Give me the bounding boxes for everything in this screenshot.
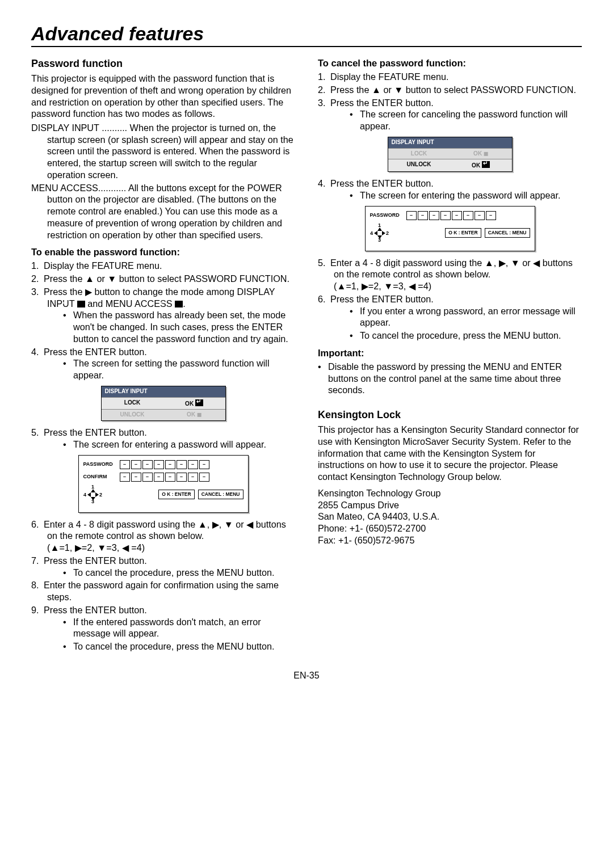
osd-password-row: PASSWORD –––––––– <box>370 211 530 220</box>
up-arrow-icon: ▲ <box>485 258 494 268</box>
cstep-2-text: Press the ▲ or ▼ button to select PASSWO… <box>330 85 576 95</box>
step-4-text: Press the ENTER button. <box>44 347 147 357</box>
password-cells: –––––––– <box>120 460 209 469</box>
kens-phone: Phone: +1- (650)572-2700 <box>318 523 582 534</box>
osd-row-unlock: UNLOCK OK <box>388 159 512 171</box>
cstep-3: 3.Press the ENTER button. The screen for… <box>318 97 582 132</box>
return-icon <box>195 399 203 406</box>
osd-password-label: PASSWORD <box>83 461 115 468</box>
osd-confirm-label: CONFIRM <box>83 474 115 481</box>
cancel-menu-button: CANCEL : MENU <box>485 228 530 238</box>
return-icon <box>175 301 183 307</box>
mode-menu-access: MENU ACCESS........... All the buttons e… <box>31 182 295 241</box>
heading-enable: To enable the password function: <box>31 246 295 258</box>
osd-display-input-lock: DISPLAY INPUT LOCK OK UNLOCK OK ◼ <box>101 386 226 421</box>
step-2: 2.Press the ▲ or ▼ button to select PASS… <box>31 273 295 285</box>
down-arrow-icon: ▼ <box>224 519 233 529</box>
down-arrow-icon: ▼ <box>107 273 116 284</box>
right-column: To cancel the password function: 1.Displ… <box>318 57 582 654</box>
left-column: Password function This projector is equi… <box>31 57 295 654</box>
osd-unlock-ok: OK ◼ <box>163 409 225 420</box>
step-8-text: Enter the password again for confirmatio… <box>44 580 279 602</box>
enable-steps-cont: 5.Press the ENTER button. The screen for… <box>31 427 295 450</box>
cstep-1-text: Display the FEATURE menu. <box>330 71 448 82</box>
content-columns: Password function This projector is equi… <box>31 57 582 654</box>
up-arrow-icon: ▲ <box>198 519 207 529</box>
step-8: 8.Enter the password again for confirmat… <box>31 579 295 602</box>
osd-lock-ok: OK ◼ <box>450 148 512 159</box>
left-arrow-icon: ◀ <box>246 519 253 529</box>
return-icon <box>77 301 85 307</box>
step-3-note: When the password has already been set, … <box>63 309 295 344</box>
osd-row-unlock: UNLOCK OK ◼ <box>102 409 225 420</box>
step-9: 9.Press the ENTER button. If the entered… <box>31 604 295 652</box>
svg-marker-3 <box>95 492 99 497</box>
cstep-4: 4.Press the ENTER button. The screen for… <box>318 178 582 201</box>
step-2-text: Press the ▲ or ▼ button to select PASSWO… <box>44 273 289 284</box>
step-3-text: Press the ▶ button to change the mode am… <box>44 286 275 309</box>
step-4-note: The screen for setting the password func… <box>63 357 295 381</box>
osd-password-only: PASSWORD –––––––– 1 2 3 4 O K : ENTER CA… <box>365 206 535 251</box>
cstep-3-note: The screen for canceling the password fu… <box>350 108 582 132</box>
dpad-icon: 1 2 3 4 <box>370 224 389 243</box>
kensington-address: Kensington Technology Group 2855 Campus … <box>318 487 582 546</box>
page-title: Advanced features <box>31 23 582 47</box>
step-4: 4.Press the ENTER button. The screen for… <box>31 346 295 381</box>
svg-marker-6 <box>374 231 377 235</box>
down-arrow-icon: ▼ <box>394 85 403 95</box>
arrows-icon <box>87 488 99 501</box>
osd-buttons: O K : ENTER CANCEL : MENU <box>158 490 243 499</box>
right-arrow-icon: ▶ <box>499 258 506 268</box>
cstep-6: 6.Press the ENTER button. If you enter a… <box>318 293 582 342</box>
kensington-paragraph: This projector has a Kensington Security… <box>318 424 582 483</box>
osd-unlock-label: UNLOCK <box>102 409 163 420</box>
step-9-note1: If the entered passwords don't match, an… <box>63 616 295 639</box>
intro-paragraph: This projector is equipped with the pass… <box>31 73 295 120</box>
cancel-steps-cont2: 5.Enter a 4 - 8 digit password using the… <box>318 257 582 342</box>
kens-fax: Fax: +1- (650)572-9675 <box>318 534 582 546</box>
osd-header: DISPLAY INPUT <box>102 386 225 397</box>
step-5: 5.Press the ENTER button. The screen for… <box>31 427 295 450</box>
cstep-5-mapping: (▲=1, ▶=2, ▼=3, ◀ =4) <box>334 280 582 292</box>
down-arrow-icon: ▼ <box>511 258 520 268</box>
cstep-4-text: Press the ENTER button. <box>330 178 434 188</box>
cstep-1: 1.Display the FEATURE menu. <box>318 71 582 83</box>
cstep-3-text: Press the ENTER button. <box>330 98 434 108</box>
return-icon <box>482 161 490 168</box>
step-5-note: The screen for entering a password will … <box>63 439 295 450</box>
step-6: 6.Enter a 4 - 8 digit password using the… <box>31 519 295 554</box>
osd-password-label: PASSWORD <box>370 212 402 219</box>
enable-steps: 1.Display the FEATURE menu. 2.Press the … <box>31 260 295 381</box>
cstep-6-note2: To cancel the procedure, press the MENU … <box>350 330 582 342</box>
heading-kensington: Kensington Lock <box>318 408 582 422</box>
osd-unlock-ok: OK <box>450 159 512 171</box>
osd-display-input-unlock: DISPLAY INPUT LOCK OK ◼ UNLOCK OK <box>388 137 513 172</box>
step-3: 3.Press the ▶ button to change the mode … <box>31 286 295 345</box>
cancel-steps: 1.Display the FEATURE menu. 2.Press the … <box>318 71 582 132</box>
osd-unlock-label: UNLOCK <box>388 159 450 171</box>
page-number: EN-35 <box>31 671 582 681</box>
up-arrow-icon: ▲ <box>372 85 381 95</box>
heading-password-function: Password function <box>31 57 295 70</box>
enable-steps-cont2: 6.Enter a 4 - 8 digit password using the… <box>31 519 295 652</box>
svg-marker-0 <box>91 489 95 492</box>
svg-marker-4 <box>377 227 382 231</box>
step-9-text: Press the ENTER button. <box>44 605 147 615</box>
svg-marker-1 <box>91 497 95 500</box>
osd-lock-label: LOCK <box>388 148 450 159</box>
ok-enter-button: O K : ENTER <box>158 490 194 499</box>
osd-footer-row: 1 2 3 4 O K : ENTER CANCEL : MENU <box>370 224 530 243</box>
cancel-steps-cont: 4.Press the ENTER button. The screen for… <box>318 178 582 201</box>
osd-lock-ok: OK <box>163 397 225 410</box>
step-7-text: Press the ENTER button. <box>44 555 147 566</box>
step-1-text: Display the FEATURE menu. <box>44 260 162 271</box>
step-1: 1.Display the FEATURE menu. <box>31 260 295 272</box>
heading-cancel: To cancel the password function: <box>318 57 582 69</box>
kens-line1: Kensington Technology Group <box>318 487 582 499</box>
step-7-note: To cancel the procedure, press the MENU … <box>63 567 295 579</box>
osd-confirm-row: CONFIRM –––––––– <box>83 473 243 482</box>
osd-footer-row: 1 2 3 4 O K : ENTER CANCEL : MENU <box>83 485 243 504</box>
cstep-6-text: Press the ENTER button. <box>330 294 434 304</box>
kens-line2: 2855 Campus Drive <box>318 499 582 511</box>
step-5-text: Press the ENTER button. <box>44 427 147 437</box>
